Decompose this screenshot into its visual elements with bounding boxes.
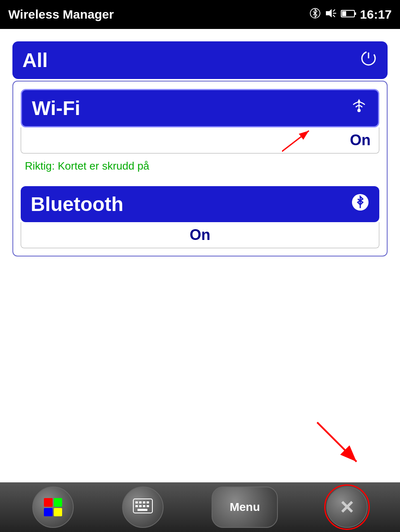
windows-button[interactable] xyxy=(32,486,74,528)
svg-line-2 xyxy=(333,10,335,12)
svg-marker-12 xyxy=(357,99,361,102)
bluetooth-icon xyxy=(351,193,369,215)
taskbar: Menu ✕ xyxy=(0,482,400,532)
bluetooth-label: Bluetooth xyxy=(31,193,123,216)
svg-rect-7 xyxy=(342,11,346,16)
all-button[interactable]: All xyxy=(12,41,388,79)
svg-rect-24 xyxy=(139,505,142,507)
wifi-status-text: On xyxy=(350,132,371,149)
status-icons: 16:17 xyxy=(309,7,392,22)
bluetooth-status-row: On xyxy=(21,222,379,248)
all-label: All xyxy=(22,49,48,72)
svg-rect-22 xyxy=(147,501,149,503)
wifi-label: Wi-Fi xyxy=(32,97,80,120)
svg-rect-6 xyxy=(354,12,356,15)
wifi-antenna-icon xyxy=(350,97,368,119)
menu-label: Menu xyxy=(230,501,260,514)
close-icon: ✕ xyxy=(339,497,354,518)
clock: 16:17 xyxy=(360,7,392,22)
bluetooth-section: Bluetooth On xyxy=(21,186,379,248)
wifi-section: Wi-Fi On xyxy=(21,89,379,153)
svg-line-14 xyxy=(282,131,309,151)
card-container: Wi-Fi On Riktig: Kortet er skrudd på xyxy=(12,81,388,256)
bluetooth-status-icon xyxy=(309,7,321,22)
wifi-arrow xyxy=(282,129,315,153)
bluetooth-status-text: On xyxy=(190,226,210,244)
menu-button[interactable]: Menu xyxy=(212,486,278,528)
wifi-annotation: Riktig: Kortet er skrudd på xyxy=(21,151,379,185)
keyboard-icon xyxy=(133,498,153,517)
close-arrow xyxy=(313,418,367,472)
svg-marker-1 xyxy=(326,9,332,17)
windows-icon xyxy=(44,498,62,516)
svg-rect-23 xyxy=(135,505,138,507)
svg-rect-19 xyxy=(135,501,138,503)
main-content: All Wi-Fi xyxy=(0,29,400,269)
svg-line-4 xyxy=(333,15,335,17)
keyboard-button[interactable] xyxy=(122,486,164,528)
power-icon xyxy=(359,49,378,72)
svg-rect-26 xyxy=(147,505,149,507)
wifi-button[interactable]: Wi-Fi xyxy=(21,89,379,127)
bluetooth-button[interactable]: Bluetooth xyxy=(21,186,379,222)
close-button[interactable]: ✕ xyxy=(326,486,368,528)
annotation-text: Riktig: Kortet er skrudd på xyxy=(25,160,149,173)
svg-rect-25 xyxy=(143,505,145,507)
svg-rect-20 xyxy=(139,501,142,503)
svg-line-17 xyxy=(317,422,357,462)
wifi-status-row: On xyxy=(21,127,379,153)
volume-icon xyxy=(324,7,337,22)
app-title: Wireless Manager xyxy=(8,7,114,22)
svg-rect-27 xyxy=(137,509,147,511)
status-bar: Wireless Manager 16:17 xyxy=(0,0,400,29)
battery-icon xyxy=(341,8,357,21)
svg-rect-21 xyxy=(143,501,145,503)
